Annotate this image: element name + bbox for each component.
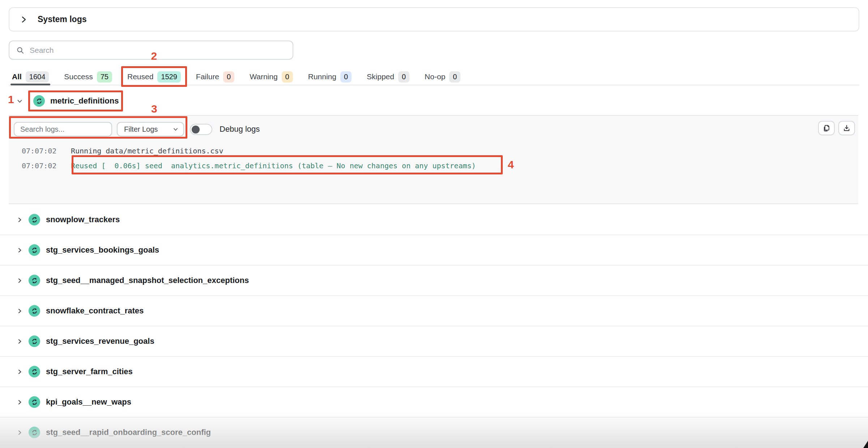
toggle-knob (192, 126, 200, 134)
model-name: snowplow_trackers (46, 215, 120, 224)
log-line: 07:07:02 Reused [ 0.06s] seed analytics.… (9, 158, 858, 173)
reused-status-icon (29, 275, 40, 286)
reused-status-icon (29, 335, 40, 347)
download-icon (843, 124, 851, 132)
reused-status-icon (29, 396, 40, 408)
chevron-down-icon[interactable] (17, 98, 23, 104)
log-message-reused: Reused [ 0.06s] seed analytics.metric_de… (71, 161, 476, 170)
model-row[interactable]: stg_seed__managed_snapshot_selection_exc… (0, 266, 868, 296)
model-row[interactable]: kpi_goals__new_waps (0, 387, 868, 418)
log-message: Running data/metric_definitions.csv (71, 147, 223, 155)
debug-logs-label: Debug logs (220, 124, 260, 134)
chevron-right-icon[interactable] (20, 16, 27, 24)
model-name: stg_seed__managed_snapshot_selection_exc… (46, 276, 249, 285)
system-logs-page: System logs All 1604 Success 75 Reused 1… (0, 0, 868, 448)
status-tabs: All 1604 Success 75 Reused 1529 2 Failur… (9, 69, 859, 85)
tab-success[interactable]: Success 75 (64, 69, 112, 85)
tab-success-count-badge: 75 (97, 71, 112, 83)
reused-status-icon (33, 95, 45, 107)
reused-status-icon (29, 244, 40, 256)
chevron-right-icon (17, 247, 23, 253)
model-row[interactable]: snowflake_contract_rates (0, 296, 868, 326)
tab-reused-count-badge: 1529 (157, 71, 181, 83)
model-name: kpi_goals__new_waps (46, 397, 131, 407)
tab-reused[interactable]: Reused 1529 2 (127, 69, 181, 85)
chevron-down-icon (173, 127, 178, 132)
model-name: stg_seed__rapid_onboarding_score_config (46, 428, 211, 437)
log-timestamp: 07:07:02 (22, 161, 71, 170)
reused-status-icon (29, 305, 40, 317)
chevron-right-icon (17, 217, 23, 223)
model-row[interactable]: stg_seed__rapid_onboarding_score_config (0, 418, 868, 448)
log-line: 07:07:02 Running data/metric_definitions… (9, 143, 858, 158)
model-row[interactable]: stg_server_farm_cities (0, 357, 868, 387)
model-name: metric_definitions (50, 96, 119, 106)
chevron-right-icon (17, 430, 23, 436)
model-row[interactable]: snowplow_trackers (0, 205, 868, 235)
log-panel: Filter Logs Debug logs (9, 115, 858, 204)
search-icon (16, 46, 25, 55)
chevron-right-icon (17, 278, 23, 284)
copy-icon (822, 124, 830, 132)
reused-status-icon (29, 366, 40, 377)
model-name: stg_services_bookings_goals (46, 245, 159, 255)
download-logs-button[interactable] (838, 121, 855, 135)
log-output: 07:07:02 Running data/metric_definitions… (9, 143, 858, 173)
tab-warning[interactable]: Warning 0 (250, 69, 293, 85)
model-row-metric-definitions[interactable]: metric_definitions (0, 87, 868, 115)
tab-noop-count-badge: 0 (449, 71, 460, 83)
model-name: stg_server_farm_cities (46, 367, 133, 376)
chevron-right-icon (17, 308, 23, 314)
chevron-right-icon (17, 369, 23, 375)
model-row[interactable]: stg_services_bookings_goals (0, 235, 868, 266)
tab-running-count-badge: 0 (340, 71, 352, 83)
tab-failure[interactable]: Failure 0 (196, 69, 234, 85)
search-bar[interactable] (9, 41, 293, 60)
model-name: stg_services_revenue_goals (46, 337, 154, 346)
tab-warning-count-badge: 0 (282, 71, 293, 83)
reused-status-icon (29, 427, 40, 438)
system-logs-header[interactable]: System logs (9, 7, 859, 31)
search-input[interactable] (30, 46, 293, 55)
filter-logs-dropdown[interactable]: Filter Logs (117, 122, 184, 136)
tab-skipped-count-badge: 0 (398, 71, 409, 83)
tab-all-count-badge: 1604 (26, 71, 49, 83)
tab-skipped[interactable]: Skipped 0 (367, 69, 409, 85)
model-name: snowflake_contract_rates (46, 306, 144, 316)
search-logs-input[interactable] (14, 122, 112, 136)
tab-noop[interactable]: No-op 0 (425, 69, 460, 85)
tab-all[interactable]: All 1604 (12, 69, 49, 85)
reused-status-icon (29, 214, 40, 225)
log-timestamp: 07:07:02 (22, 147, 71, 155)
copy-logs-button[interactable] (818, 121, 835, 135)
debug-logs-toggle[interactable] (190, 124, 212, 135)
tab-running[interactable]: Running 0 (308, 69, 352, 85)
page-title: System logs (38, 14, 87, 24)
chevron-right-icon (17, 338, 23, 345)
model-row[interactable]: stg_services_revenue_goals (0, 326, 868, 357)
chevron-right-icon (17, 399, 23, 405)
tab-failure-count-badge: 0 (223, 71, 234, 83)
